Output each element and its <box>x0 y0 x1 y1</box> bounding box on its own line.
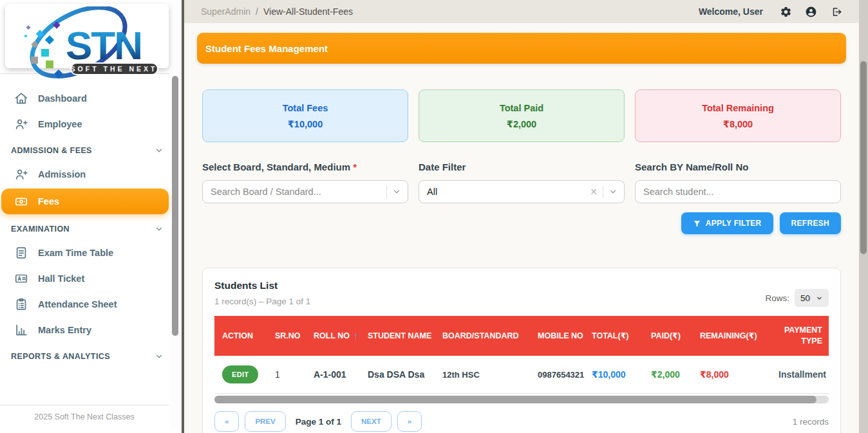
apply-filter-button[interactable]: APPLY FILTER <box>681 212 773 234</box>
sidebar-item-exam-time-table[interactable]: Exam Time Table <box>0 240 182 266</box>
sidebar-item-partial-clipped[interactable]: Report Card <box>0 367 182 374</box>
select-divider <box>603 185 603 198</box>
column-header-payment-type: PAYMENT TYPE <box>775 316 829 356</box>
sidebar-item-marks-entry[interactable]: Marks Entry <box>0 317 182 343</box>
id-card-icon <box>14 272 28 286</box>
sidebar-section-label: REPORTS & ANALYTICS <box>11 352 110 361</box>
cell-sr-no: 1 <box>271 356 310 393</box>
svg-text:SOFT THE NEXT: SOFT THE NEXT <box>71 65 158 73</box>
table-row: EDIT 1 A-1-001 Dsa DSA Dsa 12th HSC 0987… <box>214 356 829 394</box>
cell-payment-type: Installment <box>775 356 833 393</box>
records-count: 1 records <box>793 417 829 427</box>
app-root: STN SOFT THE NEXT Dashboard Employee ADM… <box>0 0 868 433</box>
sidebar-item-label: Marks Entry <box>38 325 91 335</box>
cell-total: ₹10,000 <box>588 356 647 393</box>
total-paid-value: ₹2,000 <box>507 119 536 129</box>
required-asterisk: * <box>353 161 357 172</box>
edit-button[interactable]: EDIT <box>222 365 258 383</box>
chevron-down-icon <box>816 295 823 302</box>
sidebar-item-hall-ticket[interactable]: Hall Ticket <box>0 266 182 291</box>
rows-label: Rows: <box>765 293 789 303</box>
column-header-mobile-no: MOBILE NO <box>534 316 588 356</box>
page-scrollbar-thumb[interactable] <box>860 61 867 254</box>
sidebar-section-label: EXAMINATION <box>11 225 70 234</box>
sidebar-item-attendance-sheet[interactable]: Attendance Sheet <box>0 291 182 317</box>
filter-funnel-icon <box>693 219 701 228</box>
refresh-button[interactable]: REFRESH <box>780 212 841 234</box>
sort-asc-icon[interactable]: ↑ <box>354 329 359 342</box>
sidebar-item-employee[interactable]: Employee <box>0 111 182 137</box>
select-divider <box>386 185 387 198</box>
search-input[interactable] <box>635 180 841 203</box>
home-icon <box>14 91 28 106</box>
page-title-banner: Student Fees Management <box>197 33 846 64</box>
pagination: « PREV Page 1 of 1 NEXT » 1 records <box>214 411 829 433</box>
board-filter-group: Select Board, Standard, Medium * Search … <box>202 161 408 203</box>
chevron-down-icon <box>155 146 164 155</box>
column-header-srno: SR.NO <box>271 316 310 356</box>
students-list-title: Students List <box>214 280 310 291</box>
topbar-actions: Welcome, User <box>699 6 842 18</box>
sidebar-section-admission-fees[interactable]: ADMISSION & FEES <box>0 137 182 161</box>
apply-filter-label: APPLY FILTER <box>706 219 762 228</box>
sidebar-nav: Dashboard Employee ADMISSION & FEES Admi… <box>0 74 182 374</box>
sidebar-section-label: ADMISSION & FEES <box>11 146 92 155</box>
sidebar-item-label: Employee <box>38 119 82 129</box>
date-filter-select[interactable]: All ✕ <box>419 180 625 203</box>
chevron-down-icon[interactable] <box>392 187 401 196</box>
account-circle-icon[interactable] <box>805 6 817 18</box>
sidebar-item-label: Hall Ticket <box>38 273 84 284</box>
svg-text:STN: STN <box>66 23 142 68</box>
date-filter-value: All <box>427 187 590 197</box>
sidebar-section-reports-analytics[interactable]: REPORTS & ANALYTICS <box>0 343 182 367</box>
person-add-icon <box>14 167 28 181</box>
date-filter-group: Date Filter All ✕ <box>419 161 625 203</box>
sidebar-item-label: Exam Time Table <box>38 248 113 258</box>
column-header-paid: PAID(₹) <box>647 316 696 356</box>
page-title: Student Fees Management <box>205 43 328 54</box>
students-list-meta: 1 record(s) – Page 1 of 1 <box>214 297 310 306</box>
sidebar-item-label: Attendance Sheet <box>38 299 117 309</box>
sidebar-item-fees[interactable]: Fees <box>1 189 169 214</box>
total-remaining-card: Total Remaining ₹8,000 <box>635 89 841 142</box>
last-page-button[interactable]: » <box>397 411 422 432</box>
cell-board-standard: 12th HSC <box>439 356 534 393</box>
gear-icon[interactable] <box>780 6 792 18</box>
horizontal-scrollbar-thumb[interactable] <box>214 396 816 403</box>
column-header-student-name: STUDENT NAME <box>364 316 439 356</box>
column-header-total: TOTAL(₹) <box>588 316 647 356</box>
clear-icon[interactable]: ✕ <box>590 187 598 197</box>
logout-icon[interactable] <box>830 6 842 18</box>
sidebar-item-label: Admission <box>38 169 86 180</box>
next-page-button[interactable]: NEXT <box>351 411 392 432</box>
welcome-text: Welcome, User <box>699 6 763 17</box>
column-header-remaining: REMAINING(₹) <box>696 316 775 356</box>
sidebar-item-admission[interactable]: Admission <box>0 161 182 187</box>
refresh-label: REFRESH <box>791 219 829 228</box>
date-filter-label: Date Filter <box>419 161 625 172</box>
cell-remaining: ₹8,000 <box>696 356 775 393</box>
sidebar: STN SOFT THE NEXT Dashboard Employee ADM… <box>0 0 182 433</box>
logo: STN SOFT THE NEXT <box>5 4 169 68</box>
chevron-down-icon[interactable] <box>609 187 618 196</box>
sidebar-item-label: Dashboard <box>38 93 87 104</box>
board-select[interactable]: Search Board / Standard... <box>202 180 408 203</box>
horizontal-scrollbar[interactable] <box>214 396 829 403</box>
search-filter-label: Search BY Name/Roll No <box>635 161 841 172</box>
filter-bar: Select Board, Standard, Medium * Search … <box>202 161 841 203</box>
clipboard-icon <box>14 297 28 311</box>
prev-page-button[interactable]: PREV <box>245 411 285 432</box>
breadcrumb-current: View-All-Student-Fees <box>263 6 353 17</box>
breadcrumb-separator: / <box>256 6 258 17</box>
sidebar-item-dashboard[interactable]: Dashboard <box>0 86 182 111</box>
column-header-action: ACTION <box>214 316 271 356</box>
students-list-card: Students List 1 record(s) – Page 1 of 1 … <box>202 268 841 433</box>
column-header-rollno[interactable]: ROLL NO ↑ <box>310 316 364 356</box>
rows-per-page-select[interactable]: 50 <box>795 289 829 307</box>
sidebar-section-examination[interactable]: EXAMINATION <box>0 216 182 240</box>
chevron-down-icon <box>155 352 164 361</box>
page-scrollbar[interactable] <box>859 0 868 433</box>
breadcrumb-root[interactable]: SuperAdmin <box>201 6 250 17</box>
sidebar-footer: 2025 Soft The Next Classes <box>0 405 169 428</box>
first-page-button[interactable]: « <box>214 411 239 432</box>
